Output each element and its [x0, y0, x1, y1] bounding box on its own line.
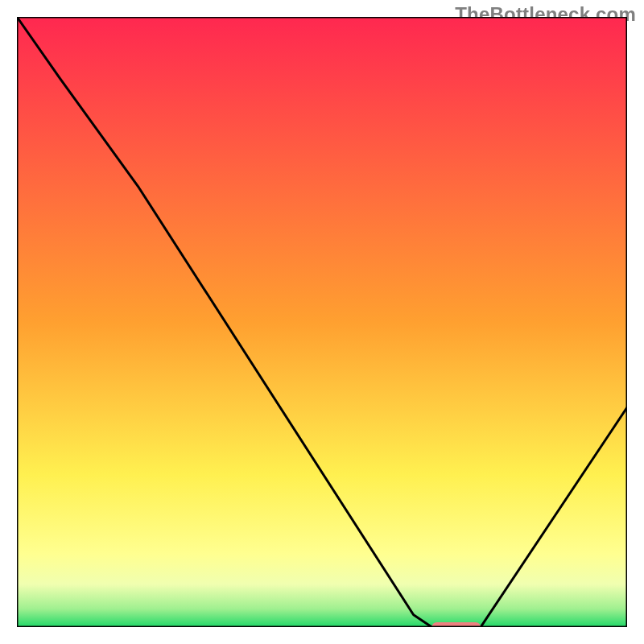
gradient-background — [17, 17, 627, 627]
bottleneck-chart: TheBottleneck.com — [0, 0, 644, 644]
chart-svg — [17, 17, 627, 627]
plot-area — [17, 17, 627, 627]
